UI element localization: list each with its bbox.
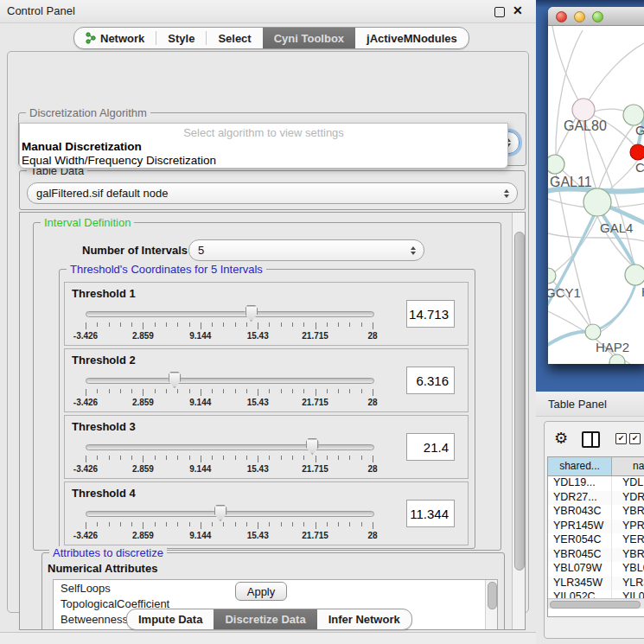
table-hscrollbar-thumb[interactable] — [550, 601, 641, 609]
interval-definition-label: Interval Definition — [41, 216, 134, 229]
number-of-intervals-combobox[interactable]: 5 — [188, 239, 424, 261]
network-node[interactable] — [630, 144, 644, 160]
network-graph-canvas[interactable]: GAL80GACGAL11GAL4GCY1HHAP2 — [548, 26, 644, 364]
network-node[interactable] — [583, 188, 611, 216]
column-header-shared-name[interactable]: shared... — [548, 457, 612, 475]
desktop-background: GAL80GACGAL11GAL4GCY1HHAP2 — [536, 0, 644, 393]
table-cell[interactable]: YBR045C — [548, 548, 612, 563]
tab-network[interactable]: Network — [74, 28, 156, 48]
tick-label: 9.144 — [189, 464, 211, 474]
float-window-icon[interactable] — [494, 7, 505, 17]
table-row[interactable]: YPR145WYPR1 — [548, 520, 644, 534]
table-cell[interactable]: YLR345W — [548, 577, 612, 591]
screen: Control Panel ✕ Network Style — [0, 0, 644, 644]
slider-thumb[interactable] — [214, 505, 227, 521]
tick-label: 9.144 — [189, 531, 211, 540]
table-cell[interactable]: YBL079W — [548, 562, 612, 577]
tab-jactivemnodules[interactable]: jActiveMNodules — [355, 28, 469, 48]
table-row[interactable]: YDR27...YDR2 — [548, 491, 644, 506]
threshold-value-field[interactable]: 21.4 — [406, 433, 455, 461]
network-node-label: GAL11 — [550, 175, 592, 189]
slider-track[interactable] — [86, 511, 374, 517]
network-node-label: GAL4 — [600, 220, 633, 235]
table-toolbar: ⚙ ✔ ✔ — [545, 422, 644, 455]
table-cell[interactable]: YER0 — [612, 533, 644, 548]
table-data-combobox[interactable]: galFiltered.sif default node — [27, 182, 518, 204]
minimize-traffic-light-icon[interactable] — [574, 11, 585, 22]
threshold-value-field[interactable]: 6.316 — [406, 367, 455, 394]
table-cell[interactable]: YLR3 — [612, 577, 644, 591]
table-row[interactable]: YBR043CYBR0 — [548, 505, 644, 520]
threshold-slider[interactable]: -3.4262.8599.14415.4321.71528 — [86, 416, 373, 480]
tab-select[interactable]: Select — [207, 28, 262, 48]
table-cell[interactable]: YPR145W — [548, 520, 612, 534]
columns-icon[interactable] — [582, 431, 600, 448]
list-scrollbar-thumb[interactable] — [488, 582, 497, 609]
table-cell[interactable]: YBR0 — [612, 548, 644, 563]
table-horizontal-scrollbar[interactable] — [548, 598, 644, 609]
apply-button[interactable]: Apply — [235, 582, 287, 601]
tab-cyni-toolbox[interactable]: Cyni Toolbox — [263, 28, 355, 48]
network-node[interactable] — [548, 155, 564, 174]
slider-track[interactable] — [86, 444, 374, 450]
table-row[interactable]: YBR045CYBR0 — [548, 548, 644, 563]
close-traffic-light-icon[interactable] — [556, 11, 567, 22]
slider-thumb[interactable] — [168, 372, 181, 388]
threshold-slider[interactable]: -3.4262.8599.14415.4321.71528 — [86, 482, 373, 546]
zoom-traffic-light-icon[interactable] — [592, 11, 603, 22]
table-cell[interactable]: YBR0 — [612, 505, 644, 520]
table-panel-titlebar: Table Panel — [536, 392, 644, 417]
tab-discretize-data[interactable]: Discretize Data — [214, 609, 316, 629]
table-cell[interactable]: YDL1 — [612, 476, 644, 491]
tab-impute-data[interactable]: Impute Data — [127, 609, 214, 629]
table-cell[interactable]: YPR1 — [612, 520, 644, 534]
close-icon[interactable]: ✕ — [513, 3, 523, 17]
slider-track[interactable] — [86, 311, 374, 317]
control-panel-window: Control Panel ✕ Network Style — [0, 0, 537, 633]
dropdown-item-equal-width-frequency[interactable]: Equal Width/Frequency Discretization — [22, 154, 216, 167]
panel-scrollbar-thumb[interactable] — [514, 232, 525, 571]
threshold-value-field[interactable]: 14.713 — [406, 300, 455, 328]
network-node[interactable] — [548, 268, 556, 284]
network-node-label: GA — [635, 123, 644, 137]
checkbox-icon[interactable]: ✔ — [629, 433, 641, 444]
threshold-slider[interactable]: -3.4262.8599.14415.4321.71528 — [86, 349, 373, 413]
tick-label: -3.426 — [73, 531, 98, 540]
tick-label: 21.715 — [302, 531, 328, 540]
list-scrollbar[interactable] — [485, 580, 497, 630]
threshold-value-field[interactable]: 11.344 — [406, 500, 455, 527]
tick-label: 21.715 — [302, 464, 328, 474]
dropdown-hint: Select algorithm to view settings — [20, 126, 507, 139]
threshold-row: Threshold 2-3.4262.8599.14415.4321.71528… — [64, 348, 469, 412]
network-node[interactable] — [609, 354, 625, 364]
table-row[interactable]: YLR345WYLR3 — [548, 577, 644, 591]
slider-tick-labels: -3.4262.8599.14415.4321.71528 — [86, 331, 373, 341]
table-cell[interactable]: YBL0 — [612, 562, 644, 577]
checkbox-icon[interactable]: ✔ — [615, 433, 627, 444]
table-cell[interactable]: YDL19... — [548, 476, 612, 491]
slider-thumb[interactable] — [306, 438, 319, 455]
network-node[interactable] — [585, 324, 601, 340]
threshold-slider[interactable]: -3.4262.8599.14415.4321.71528 — [86, 283, 373, 347]
table-row[interactable]: YBL079WYBL0 — [548, 562, 644, 577]
column-header-name[interactable]: na — [612, 457, 644, 475]
slider-track[interactable] — [86, 378, 374, 384]
slider-thumb[interactable] — [245, 305, 258, 322]
tab-style[interactable]: Style — [156, 28, 206, 48]
network-node[interactable] — [625, 265, 644, 285]
table-cell[interactable]: YDR27... — [548, 491, 612, 506]
bottom-tabstrip: Impute Data Discretize Data Infer Networ… — [126, 609, 412, 630]
table-row[interactable]: YDL19...YDL1 — [548, 476, 644, 491]
tab-infer-network[interactable]: Infer Network — [317, 609, 411, 629]
table-panel-title: Table Panel — [548, 398, 607, 411]
gear-icon[interactable]: ⚙ — [554, 429, 568, 448]
panel-scrollbar[interactable] — [512, 213, 525, 629]
table-row[interactable]: YER054CYER0 — [548, 533, 644, 548]
tick-label: 28 — [367, 464, 377, 474]
network-view-window[interactable]: GAL80GACGAL11GAL4GCY1HHAP2 — [548, 7, 644, 364]
table-cell[interactable]: YER054C — [548, 533, 612, 548]
table-cell[interactable]: YBR043C — [548, 505, 612, 520]
dropdown-item-manual-discretization[interactable]: Manual Discretization — [22, 140, 142, 153]
table-cell[interactable]: YDR2 — [612, 491, 644, 506]
node-attribute-table[interactable]: shared... na YDL19...YDL1YDR27...YDR2YBR… — [547, 456, 644, 617]
